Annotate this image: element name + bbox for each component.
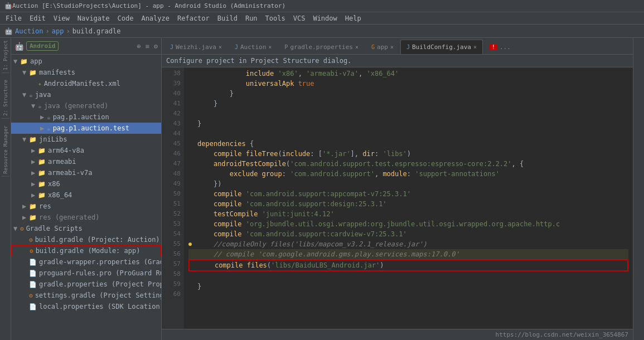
code-line-50: compile 'com.android.support:appcompat-v…	[188, 189, 628, 199]
menu-item-help[interactable]: Help	[342, 13, 365, 23]
menu-item-build[interactable]: Build	[214, 13, 241, 23]
code-line-59: }	[188, 281, 628, 292]
side-label-project[interactable]: 1: Project	[2, 38, 9, 73]
breadcrumb-buildgradle[interactable]: build.gradle	[72, 27, 121, 35]
menu-item-file[interactable]: File	[2, 13, 25, 23]
tree-item-res-generated[interactable]: ▶ 📁 res (generated)	[11, 212, 161, 223]
code-line-47: androidTestCompile('com.android.support.…	[188, 159, 628, 169]
tree-item-pag-auction[interactable]: ▶ ☕ pag.p1.auction	[11, 111, 161, 123]
panel-gear-icon[interactable]: ⚙	[154, 42, 158, 50]
tree-item-settings-gradle[interactable]: ⚙ settings.gradle (Project Settings)	[11, 290, 161, 301]
code-line-55: ● //compileOnly files('libs/mapcom_v3.2.…	[188, 239, 628, 249]
tree-item-java-generated[interactable]: ▼ ☕ java (generated)	[11, 100, 161, 111]
tree-item-pag-auction-test[interactable]: ▶ ☕ pag.p1.auction.test	[11, 123, 161, 134]
breadcrumb-icon: 🤖	[4, 27, 13, 35]
tab-weizhi[interactable]: J Weizhi.java ×	[164, 40, 228, 54]
breadcrumb-app[interactable]: app	[52, 27, 64, 35]
menu-item-code[interactable]: Code	[114, 13, 137, 23]
tab-buildconfig[interactable]: J BuildConfig.java ×	[400, 40, 483, 54]
tree-item-manifests[interactable]: ▼ 📁 manifests	[11, 67, 161, 78]
code-line-42	[188, 109, 628, 119]
code-line-43: }	[188, 119, 628, 129]
code-area[interactable]: include 'x86', 'armeabi-v7a', 'x86_64' u…	[184, 67, 633, 329]
tree-item-armeabi-v7a[interactable]: ▶ 📁 armeabi-v7a	[11, 167, 161, 178]
tree-item-x86[interactable]: ▶ 📁 x86	[11, 178, 161, 190]
code-line-46: compile fileTree(include: ['*.jar'], dir…	[188, 149, 628, 159]
code-line-54: compile 'com.android.support:cardview-v7…	[188, 229, 628, 239]
menu-item-tools[interactable]: Tools	[262, 13, 289, 23]
statusbar: https://blog.csdn.net/weixin_3654867	[162, 329, 633, 340]
panel-settings-icon[interactable]: ⊕	[137, 42, 141, 50]
project-panel: 🤖 Android ⊕ ≡ ⚙ ▼ 📁 app ▼ 📁 manifests	[11, 38, 162, 340]
code-line-44	[188, 129, 628, 139]
code-line-56: // compile 'com.google.android.gms.play.…	[188, 249, 628, 259]
line-numbers: 38 39 40 41 42 43 44 45 46 47 48 49 50 5…	[162, 67, 184, 329]
configure-bar: Configure project in Project Structure d…	[162, 55, 633, 67]
panel-expand-icon[interactable]: ≡	[146, 42, 149, 50]
titlebar-icon: 🤖	[4, 2, 12, 9]
project-tree: ▼ 📁 app ▼ 📁 manifests ✦ AndroidManifest.…	[11, 55, 161, 340]
tree-item-build-gradle-project[interactable]: ⚙ build.gradle (Project: Auction)	[11, 234, 161, 245]
tree-item-gradle-properties[interactable]: 📄 gradle.properties (Project Properties)	[11, 279, 161, 290]
breadcrumb-auction[interactable]: Auction	[15, 27, 43, 35]
editor-content: 38 39 40 41 42 43 44 45 46 47 48 49 50 5…	[162, 67, 633, 329]
menu-item-run[interactable]: Run	[242, 13, 261, 23]
tree-item-app[interactable]: ▼ 📁 app	[11, 56, 161, 67]
code-line-49: })	[188, 179, 628, 189]
code-line-38: include 'x86', 'armeabi-v7a', 'x86_64'	[188, 69, 628, 79]
titlebar: 🤖 Auction [E:\StudioProjects\Auction] - …	[0, 0, 644, 12]
main-layout: 1: Project 2: Structure Resource Manager…	[0, 38, 644, 340]
tree-item-local-properties[interactable]: 📄 local.properties (SDK Location)	[11, 301, 161, 312]
left-side-strip: 1: Project 2: Structure Resource Manager	[0, 38, 11, 340]
editor-panel: J Weizhi.java × J Auction × P gradle.pro…	[162, 38, 633, 340]
code-line-40: }	[188, 89, 628, 99]
code-line-45: dependencies {	[188, 139, 628, 149]
code-line-58	[188, 271, 628, 281]
tree-item-res[interactable]: ▶ 📁 res	[11, 201, 161, 212]
tab-gradle-properties[interactable]: P gradle.properties ×	[278, 40, 365, 54]
menu-item-refactor[interactable]: Refactor	[174, 13, 213, 23]
breadcrumb: 🤖 Auction › app › build.gradle	[0, 25, 644, 38]
tab-app[interactable]: G app ×	[365, 40, 400, 54]
menu-item-analyze[interactable]: Analyze	[138, 13, 173, 23]
tree-item-androidmanifest[interactable]: ✦ AndroidManifest.xml	[11, 78, 161, 89]
side-label-structure[interactable]: 2: Structure	[2, 77, 9, 119]
tree-item-proguard[interactable]: 📄 proguard-rules.pro (ProGuard Rules for…	[11, 268, 161, 279]
menu-item-window[interactable]: Window	[309, 13, 340, 23]
right-strip	[633, 38, 644, 340]
tree-item-java[interactable]: ▼ ☕ java	[11, 89, 161, 100]
editor-tabs: J Weizhi.java × J Auction × P gradle.pro…	[162, 38, 633, 55]
tree-item-gradle-wrapper[interactable]: 📄 gradle-wrapper.properties (Gradle Vers…	[11, 256, 161, 268]
code-line-39: universalApk true	[188, 79, 628, 89]
titlebar-text: Auction [E:\StudioProjects\Auction] - ap…	[12, 2, 285, 9]
menu-item-navigate[interactable]: Navigate	[74, 13, 113, 23]
code-line-60	[188, 292, 628, 302]
menu-item-edit[interactable]: Edit	[26, 13, 49, 23]
statusbar-url: https://blog.csdn.net/weixin_3654867	[496, 331, 628, 338]
tab-auction[interactable]: J Auction ×	[229, 40, 278, 54]
android-icon: 🤖	[14, 42, 24, 51]
code-line-41: }	[188, 99, 628, 109]
tree-item-jnilibs[interactable]: ▼ 📁 jniLibs	[11, 134, 161, 145]
menu-item-vcs[interactable]: VCS	[290, 13, 309, 23]
tree-item-gradle-scripts[interactable]: ▼ ⚙ Gradle Scripts	[11, 223, 161, 234]
side-label-resource[interactable]: Resource Manager	[2, 123, 9, 177]
menubar: FileEditViewNavigateCodeAnalyzeRefactorB…	[0, 12, 644, 25]
tab-more[interactable]: ! ...	[483, 40, 517, 54]
code-line-52: testCompile 'junit:junit:4.12'	[188, 209, 628, 219]
tree-item-x86-64[interactable]: ▶ 📁 x86_64	[11, 190, 161, 201]
code-line-57: compile files('libs/BaiduLBS_Android.jar…	[188, 259, 628, 271]
menu-item-view[interactable]: View	[50, 13, 73, 23]
code-line-48: exclude group: 'com.android.support', mo…	[188, 169, 628, 179]
tree-item-arm64[interactable]: ▶ 📁 arm64-v8a	[11, 145, 161, 156]
code-line-53: compile 'org.jbundle.util.osgi.wrapped:o…	[188, 219, 628, 229]
android-badge[interactable]: Android	[26, 41, 59, 51]
tree-item-armeabi[interactable]: ▶ 📁 armeabi	[11, 156, 161, 167]
tree-item-build-gradle-module[interactable]: ⚙ build.gradle (Module: app)	[11, 245, 161, 256]
project-panel-header: 🤖 Android ⊕ ≡ ⚙	[11, 38, 161, 55]
code-line-51: compile 'com.android.support:design:25.3…	[188, 199, 628, 209]
